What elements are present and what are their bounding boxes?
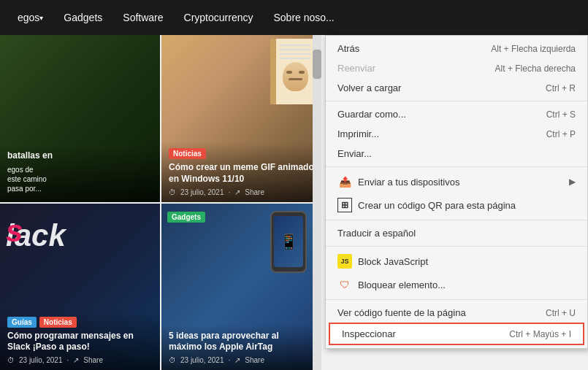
qr-icon: ⊞ (337, 198, 352, 212)
nav-item-gadgets[interactable]: Gadgets (53, 0, 112, 35)
ctx-print[interactable]: Imprimir... Ctrl + P (326, 124, 587, 144)
website-content: batallas en egos deeste caminopasa por..… (0, 35, 321, 370)
nav-item-egos[interactable]: egos (7, 0, 53, 35)
notebook-visual (270, 39, 314, 104)
card-forest: batallas en egos deeste caminopasa por..… (0, 35, 160, 202)
ctx-divider-3 (326, 220, 587, 220)
scrollbar[interactable] (313, 35, 321, 370)
ctx-qr-code[interactable]: ⊞ Crear un código QR para esta página (326, 193, 587, 217)
card-airtag: 📱 Gadgets 5 ideas para aprovechar al máx… (161, 204, 321, 371)
ctx-divider-2 (326, 166, 587, 167)
tag-noticias: Noticias (169, 148, 206, 159)
cards-grid: batallas en egos deeste caminopasa por..… (0, 35, 321, 370)
ctx-send[interactable]: Enviar... (326, 144, 587, 163)
ctx-divider-4 (326, 246, 587, 247)
tag-noticias-slack: Noticias (39, 317, 77, 328)
nav-item-software[interactable]: Software (112, 0, 173, 35)
ctx-forward[interactable]: Reenviar Alt + Flecha derecha (326, 58, 587, 78)
content-area: batallas en egos deeste caminopasa por..… (0, 35, 588, 370)
ctx-block-element[interactable]: 🛡 Bloquear elemento... (326, 273, 587, 296)
arrow-right-icon: ▶ (569, 177, 576, 187)
ctx-divider-5 (326, 299, 587, 300)
ctx-translate[interactable]: Traducir a español (326, 223, 587, 243)
send-devices-icon: 📤 (337, 174, 352, 189)
card-1-subtitle: egos deeste caminopasa por... (7, 165, 153, 193)
ctx-reload[interactable]: Volver a cargar Ctrl + R (326, 78, 587, 98)
tag-guias-slack: Guías (7, 317, 37, 328)
js-icon: JS (337, 254, 352, 269)
ctx-save-as[interactable]: Guardar como... Ctrl + S (326, 104, 587, 124)
nav-item-cryptocurrency[interactable]: Cryptocurrency (174, 0, 264, 35)
card-4-title: 5 ideas para aprovechar al máximo los Ap… (169, 331, 314, 353)
card-4-meta: ⏱ 23 julio, 2021 · ↗ Share (169, 356, 314, 364)
card-3-title: Cómo programar mensajes en Slack ¡Paso a… (7, 331, 153, 353)
card-1-title: batallas en (7, 150, 153, 162)
card-slack: lack s Guías Noticias Cómo programar men… (0, 204, 160, 371)
ctx-back[interactable]: Atrás Alt + Flecha izquierda (326, 39, 587, 58)
card-gif-meme: Noticias Cómo crear un meme GIF animado … (161, 35, 321, 202)
ctx-divider-1 (326, 101, 587, 101)
context-menu: Atrás Alt + Flecha izquierda Reenviar Al… (325, 35, 588, 349)
card-3-meta: ⏱ 23 julio, 2021 · ↗ Share (7, 356, 153, 364)
tag-gadgets-airtag: Gadgets (167, 212, 205, 223)
nav-item-sobre[interactable]: Sobre noso... (263, 0, 344, 35)
ctx-block-js[interactable]: JS Block JavaScript (326, 250, 587, 273)
card-2-title: Cómo crear un meme GIF animado en Window… (169, 162, 314, 185)
navbar: egos Gadgets Software Cryptocurrency Sob… (0, 0, 588, 35)
ctx-view-source[interactable]: Ver código fuente de la página Ctrl + U (326, 303, 587, 323)
card-2-meta: ⏱ 23 julio, 2021 · ↗ Share (169, 188, 314, 196)
shield-icon: 🛡 (337, 277, 352, 292)
ctx-inspect[interactable]: Inspeccionar Ctrl + Mayús + I (329, 323, 584, 345)
scrollbar-thumb[interactable] (313, 50, 321, 79)
ctx-send-devices[interactable]: 📤 Enviar a tus dispositivos ▶ (326, 170, 587, 193)
